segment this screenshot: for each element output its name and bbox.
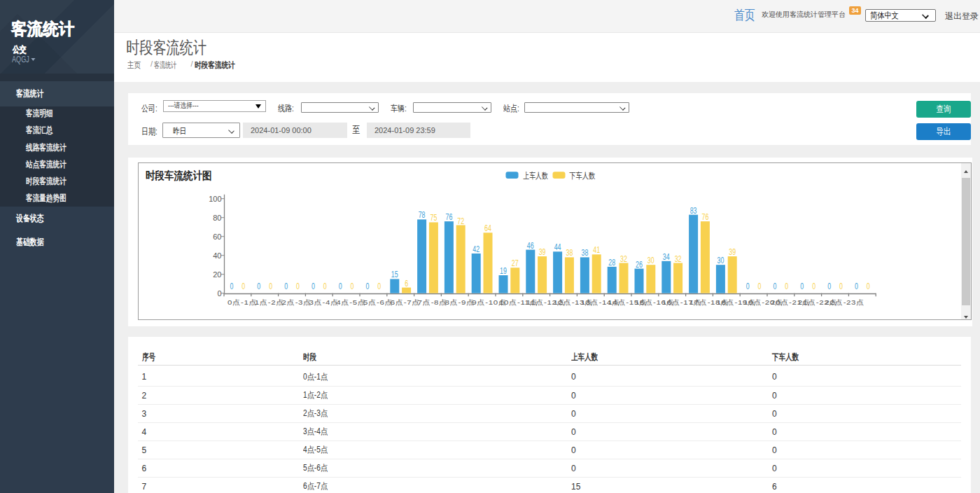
svg-text:75: 75 xyxy=(430,213,437,223)
svg-text:76: 76 xyxy=(701,212,708,222)
svg-text:0: 0 xyxy=(758,282,762,291)
svg-text:15: 15 xyxy=(391,270,398,279)
svg-text:0点-1点: 0点-1点 xyxy=(227,298,258,306)
svg-text:19: 19 xyxy=(500,266,507,276)
svg-text:上车人数: 上车人数 xyxy=(523,171,547,181)
svg-text:78: 78 xyxy=(419,210,426,220)
svg-text:0: 0 xyxy=(366,282,370,291)
svg-text:6点-7点: 6点-7点 xyxy=(391,298,421,306)
svg-text:7点-8点: 7点-8点 xyxy=(418,298,448,306)
svg-text:27: 27 xyxy=(512,258,519,268)
svg-text:38: 38 xyxy=(581,248,588,258)
svg-text:41: 41 xyxy=(593,245,600,255)
svg-text:30: 30 xyxy=(717,256,724,265)
svg-text:30: 30 xyxy=(648,256,654,265)
svg-text:100: 100 xyxy=(209,195,221,203)
svg-text:0: 0 xyxy=(800,282,804,291)
svg-text:72: 72 xyxy=(457,216,464,226)
svg-text:0: 0 xyxy=(323,282,327,291)
svg-text:0: 0 xyxy=(351,282,354,291)
svg-text:0: 0 xyxy=(746,282,750,291)
svg-text:2点-3点: 2点-3点 xyxy=(282,298,312,306)
svg-text:46: 46 xyxy=(527,241,534,251)
svg-text:0: 0 xyxy=(312,282,315,291)
svg-text:32: 32 xyxy=(675,254,682,264)
svg-text:28: 28 xyxy=(608,258,615,268)
svg-text:6: 6 xyxy=(405,279,408,289)
svg-text:34: 34 xyxy=(663,252,670,262)
svg-text:下车人数: 下车人数 xyxy=(569,171,595,181)
svg-text:0: 0 xyxy=(284,282,288,291)
svg-text:0: 0 xyxy=(339,282,342,291)
svg-text:0: 0 xyxy=(230,282,234,291)
svg-text:5点-6点: 5点-6点 xyxy=(363,298,393,306)
svg-text:1点-2点: 1点-2点 xyxy=(255,298,285,306)
svg-text:0: 0 xyxy=(377,282,381,291)
svg-text:44: 44 xyxy=(554,242,561,252)
svg-text:0: 0 xyxy=(241,282,245,291)
svg-text:0: 0 xyxy=(774,282,777,291)
svg-text:4点-5点: 4点-5点 xyxy=(336,298,366,306)
svg-text:40: 40 xyxy=(213,251,221,260)
svg-text:22点-23点: 22点-23点 xyxy=(825,298,865,306)
svg-text:0: 0 xyxy=(812,282,816,291)
svg-text:39: 39 xyxy=(729,247,736,257)
svg-text:0: 0 xyxy=(296,282,300,291)
svg-text:39: 39 xyxy=(539,247,546,257)
svg-text:60: 60 xyxy=(213,232,221,241)
svg-text:0: 0 xyxy=(785,282,788,291)
svg-text:42: 42 xyxy=(472,244,479,254)
svg-text:26: 26 xyxy=(636,260,643,270)
svg-text:0: 0 xyxy=(217,289,221,298)
svg-text:8点-9点: 8点-9点 xyxy=(444,298,475,306)
svg-text:0: 0 xyxy=(269,282,272,291)
svg-text:20: 20 xyxy=(213,270,221,279)
svg-text:32: 32 xyxy=(620,254,627,264)
svg-text:76: 76 xyxy=(445,212,452,222)
svg-text:80: 80 xyxy=(213,214,221,222)
svg-text:0: 0 xyxy=(867,282,870,291)
svg-text:38: 38 xyxy=(566,248,573,258)
svg-text:83: 83 xyxy=(690,206,697,216)
svg-text:0: 0 xyxy=(827,282,831,291)
svg-text:0: 0 xyxy=(855,282,858,291)
svg-text:0: 0 xyxy=(839,282,843,291)
svg-text:64: 64 xyxy=(484,223,491,233)
svg-text:0: 0 xyxy=(257,282,260,291)
svg-text:3点-4点: 3点-4点 xyxy=(309,298,339,306)
